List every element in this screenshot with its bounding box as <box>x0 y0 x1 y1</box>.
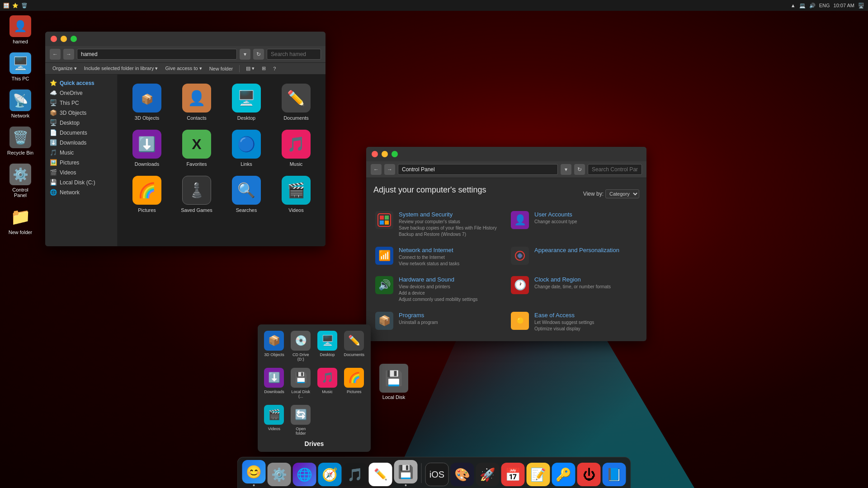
drive-item-local-disk[interactable]: 💾 Local Disk (... <box>289 366 313 400</box>
organize-button[interactable]: Organize ▾ <box>50 65 80 72</box>
tray-chevron[interactable]: ▲ <box>791 3 796 8</box>
cp-search-input[interactable] <box>588 164 642 175</box>
dock-item-siri[interactable]: 🌐 <box>293 463 316 486</box>
file-item-pictures[interactable]: 🌈 Pictures <box>123 172 171 216</box>
include-library-button[interactable]: Include selected folder in library ▾ <box>81 65 161 72</box>
cp-nav-dropdown[interactable]: ▾ <box>561 164 571 175</box>
nav-refresh-button[interactable]: ↻ <box>253 49 264 60</box>
local-disk-desktop-icon[interactable]: 💾 Local Disk <box>379 364 408 400</box>
sidebar-item-desktop[interactable]: 🖥️ Desktop <box>45 118 117 128</box>
cp-hardware-link1[interactable]: View devices and printers <box>399 284 478 290</box>
dock-item-music[interactable]: 🎵 <box>344 463 367 486</box>
give-access-button[interactable]: Give access to ▾ <box>162 65 204 72</box>
dock-item-calendar[interactable]: 📅 <box>501 463 525 486</box>
search-input[interactable] <box>267 49 321 60</box>
nav-dropdown-button[interactable]: ▾ <box>240 49 250 60</box>
dock-item-drives[interactable]: 💾 <box>394 460 418 486</box>
drive-item-documents[interactable]: ✏️ Documents <box>342 329 366 363</box>
cp-system-security-title[interactable]: System and Security <box>399 211 497 218</box>
dock-item-textedit[interactable]: ✏️ <box>369 463 392 486</box>
drive-item-music[interactable]: 🎵 Music <box>316 366 340 400</box>
sidebar-item-local-disk[interactable]: 💾 Local Disk (C:) <box>45 178 117 188</box>
cp-ease-link2[interactable]: Optimize visual display <box>534 326 594 332</box>
file-item-contacts[interactable]: 👤 Contacts <box>173 80 221 124</box>
help-button[interactable]: ? <box>270 65 278 72</box>
desktop-icon-this-pc[interactable]: 🖥️ This PC <box>5 51 36 83</box>
cp-item-hardware[interactable]: 🔊 Hardware and Sound View devices and pr… <box>373 274 504 305</box>
windows-icon[interactable]: 🪟 <box>3 2 10 9</box>
cp-item-ease-of-access[interactable]: ☀️ Ease of Access Let Windows suggest se… <box>509 310 639 334</box>
cp-network-title[interactable]: Network and Internet <box>399 247 459 253</box>
view-grid-button[interactable]: ⊞ <box>259 65 269 72</box>
cp-view-by-select[interactable]: Category <box>605 189 639 198</box>
file-item-saved-games[interactable]: ♟️ Saved Games <box>173 172 221 216</box>
nav-back-button[interactable]: ← <box>50 49 61 60</box>
drive-item-open-folder[interactable]: 🔄 Open folder <box>289 403 313 437</box>
dock-item-notes[interactable]: 📝 <box>527 463 550 486</box>
file-item-searches[interactable]: 🔍 Searches <box>222 172 270 216</box>
dock-item-palette[interactable]: 🎨 <box>451 463 474 486</box>
cp-btn-close[interactable] <box>372 151 378 157</box>
sidebar-item-pictures[interactable]: 🖼️ Pictures <box>45 158 117 168</box>
sidebar-item-this-pc[interactable]: 🖥️ This PC <box>45 98 117 108</box>
drive-item-3d-objects[interactable]: 📦 3D Objects <box>262 329 286 363</box>
sidebar-item-videos[interactable]: 🎬 Videos <box>45 168 117 178</box>
dock-item-ios[interactable]: iOS <box>425 463 449 486</box>
tray-language[interactable]: ENG <box>819 3 830 8</box>
dock-item-finder[interactable]: 😊 <box>242 460 266 486</box>
cp-network-link2[interactable]: View network status and tasks <box>399 261 459 267</box>
view-details-button[interactable]: ▤ ▾ <box>243 65 257 72</box>
file-item-favorites[interactable]: X Favorites <box>173 126 221 170</box>
cp-user-accounts-link1[interactable]: Change account type <box>534 219 577 225</box>
window-btn-maximize[interactable] <box>71 36 77 42</box>
sidebar-item-downloads[interactable]: ⬇️ Downloads <box>45 138 117 148</box>
file-item-documents[interactable]: ✏️ Documents <box>272 80 320 124</box>
cp-nav-refresh[interactable]: ↻ <box>574 164 585 175</box>
drive-item-desktop[interactable]: 🖥️ Desktop <box>316 329 340 363</box>
sidebar-item-3d-objects[interactable]: 📦 3D Objects <box>45 108 117 118</box>
new-folder-button[interactable]: New folder <box>207 65 236 72</box>
drive-item-downloads[interactable]: ⬇️ Downloads <box>262 366 286 400</box>
sidebar-item-network[interactable]: 🌐 Network <box>45 188 117 197</box>
sidebar-item-quick-access[interactable]: ⭐ Quick access <box>45 78 117 88</box>
cp-appearance-title[interactable]: Appearance and Personalization <box>534 247 619 253</box>
file-item-links[interactable]: 🔵 Links <box>222 126 270 170</box>
cp-user-accounts-title[interactable]: User Accounts <box>534 211 577 218</box>
trash-icon[interactable]: 🗑️ <box>21 2 28 9</box>
cp-item-user-accounts[interactable]: 👤 User Accounts Change account type <box>509 209 639 239</box>
cp-item-appearance[interactable]: Appearance and Personalization <box>509 245 639 269</box>
cp-ease-title[interactable]: Ease of Access <box>534 312 594 319</box>
cp-nav-back[interactable]: ← <box>371 164 382 175</box>
sidebar-item-onedrive[interactable]: ☁️ OneDrive <box>45 88 117 98</box>
cp-system-security-link1[interactable]: Review your computer's status <box>399 219 497 225</box>
file-item-desktop[interactable]: 🖥️ Desktop <box>222 80 270 124</box>
cp-item-clock[interactable]: 🕐 Clock and Region Change date, time, or… <box>509 274 639 305</box>
desktop-icon-network[interactable]: 📡 Network <box>5 88 36 120</box>
sidebar-item-music[interactable]: 🎵 Music <box>45 148 117 158</box>
dock-item-blue[interactable]: 📘 <box>603 463 626 486</box>
cp-hardware-link2[interactable]: Add a device <box>399 290 478 296</box>
dock-item-settings[interactable]: ⚙️ <box>268 463 291 486</box>
cp-clock-title[interactable]: Clock and Region <box>534 276 611 283</box>
cp-btn-maximize[interactable] <box>392 151 398 157</box>
tray-volume[interactable]: 🔊 <box>809 3 816 9</box>
desktop-icon-user[interactable]: 👤 hamed <box>5 14 36 46</box>
cp-ease-link1[interactable]: Let Windows suggest settings <box>534 319 594 326</box>
drive-item-videos[interactable]: 🎬 Videos <box>262 403 286 437</box>
dock-item-safari[interactable]: 🧭 <box>318 463 342 486</box>
dock-item-1password[interactable]: 🔑 <box>552 463 576 486</box>
drive-item-pictures[interactable]: 🌈 Pictures <box>342 366 366 400</box>
file-item-downloads[interactable]: ⬇️ Downloads <box>123 126 171 170</box>
desktop-icon-new-folder[interactable]: 📁 New folder <box>5 204 36 237</box>
dock-item-power[interactable]: ⏻ <box>577 463 601 486</box>
cp-item-network[interactable]: 📶 Network and Internet Connect to the In… <box>373 245 504 269</box>
file-item-videos[interactable]: 🎬 Videos <box>272 172 320 216</box>
tray-desktop[interactable]: 🖥️ <box>858 3 864 9</box>
dock-item-launchpad[interactable]: 🚀 <box>476 463 500 486</box>
file-item-music[interactable]: 🎵 Music <box>272 126 320 170</box>
cp-system-security-link3[interactable]: Backup and Restore (Windows 7) <box>399 231 497 238</box>
desktop-icon-control-panel[interactable]: ⚙️ Control Panel <box>5 162 36 200</box>
cp-hardware-link3[interactable]: Adjust commonly used mobility settings <box>399 296 478 303</box>
cp-system-security-link2[interactable]: Save backup copies of your files with Fi… <box>399 225 497 231</box>
drive-item-cd[interactable]: 💿 CD Drive (D:) <box>289 329 313 363</box>
